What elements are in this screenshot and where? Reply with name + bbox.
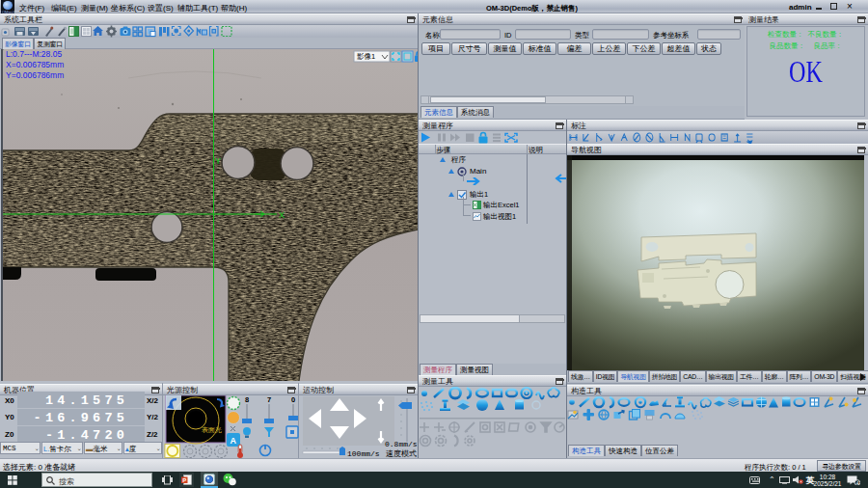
svg-text:0.8mm/s: 0.8mm/s	[385, 440, 418, 448]
svg-text:4: 4	[856, 480, 859, 485]
svg-text:P: P	[182, 477, 186, 483]
svg-text:X=0.006785mm: X=0.006785mm	[6, 60, 64, 69]
svg-text:L:0.7---M:28.05: L:0.7---M:28.05	[6, 49, 62, 59]
svg-text:Y=0.006786mm: Y=0.006786mm	[6, 70, 64, 80]
svg-text:8: 8	[245, 395, 249, 404]
svg-text:Y: Y	[215, 156, 221, 166]
svg-text:X: X	[279, 210, 285, 220]
svg-text:A: A	[231, 436, 237, 446]
svg-text:影像1: 影像1	[357, 52, 375, 61]
svg-text:速度模式: 速度模式	[386, 449, 417, 458]
svg-text:7: 7	[267, 395, 271, 404]
svg-text:表面光: 表面光	[202, 426, 222, 434]
svg-text:0: 0	[291, 395, 295, 404]
svg-text:100mm/s: 100mm/s	[347, 449, 380, 458]
